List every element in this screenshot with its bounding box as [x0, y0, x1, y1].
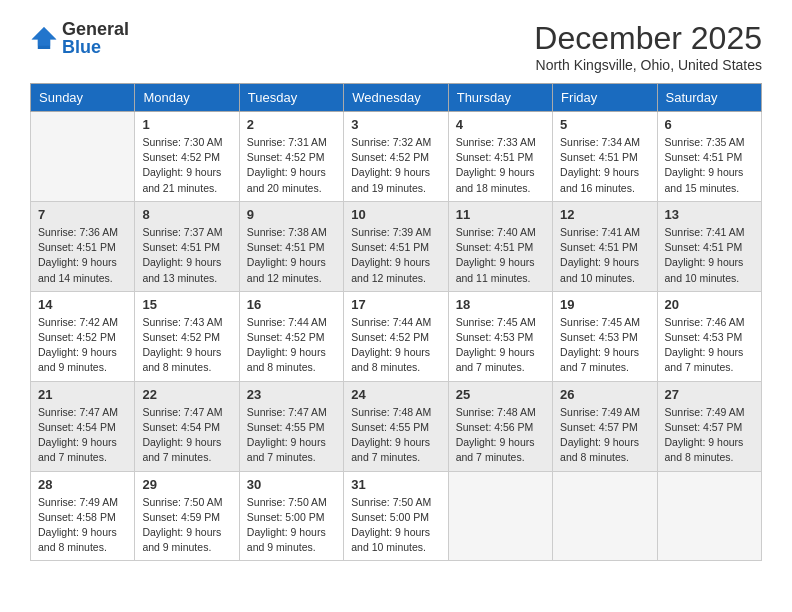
day-number: 29	[142, 477, 231, 492]
day-info: Sunrise: 7:46 AMSunset: 4:53 PMDaylight:…	[665, 315, 754, 376]
calendar-cell: 2Sunrise: 7:31 AMSunset: 4:52 PMDaylight…	[239, 112, 343, 202]
day-number: 25	[456, 387, 545, 402]
calendar-cell: 28Sunrise: 7:49 AMSunset: 4:58 PMDayligh…	[31, 471, 135, 561]
day-number: 23	[247, 387, 336, 402]
calendar-cell: 21Sunrise: 7:47 AMSunset: 4:54 PMDayligh…	[31, 381, 135, 471]
calendar-cell: 17Sunrise: 7:44 AMSunset: 4:52 PMDayligh…	[344, 291, 448, 381]
day-info: Sunrise: 7:31 AMSunset: 4:52 PMDaylight:…	[247, 135, 336, 196]
day-number: 6	[665, 117, 754, 132]
day-info: Sunrise: 7:43 AMSunset: 4:52 PMDaylight:…	[142, 315, 231, 376]
calendar-cell: 30Sunrise: 7:50 AMSunset: 5:00 PMDayligh…	[239, 471, 343, 561]
calendar-cell: 16Sunrise: 7:44 AMSunset: 4:52 PMDayligh…	[239, 291, 343, 381]
day-number: 5	[560, 117, 649, 132]
day-number: 8	[142, 207, 231, 222]
day-number: 19	[560, 297, 649, 312]
day-number: 13	[665, 207, 754, 222]
day-number: 31	[351, 477, 440, 492]
day-number: 26	[560, 387, 649, 402]
calendar-week-1: 1Sunrise: 7:30 AMSunset: 4:52 PMDaylight…	[31, 112, 762, 202]
day-info: Sunrise: 7:49 AMSunset: 4:57 PMDaylight:…	[560, 405, 649, 466]
day-info: Sunrise: 7:41 AMSunset: 4:51 PMDaylight:…	[560, 225, 649, 286]
calendar-cell	[31, 112, 135, 202]
col-header-thursday: Thursday	[448, 84, 552, 112]
day-info: Sunrise: 7:45 AMSunset: 4:53 PMDaylight:…	[456, 315, 545, 376]
calendar-cell: 3Sunrise: 7:32 AMSunset: 4:52 PMDaylight…	[344, 112, 448, 202]
day-number: 21	[38, 387, 127, 402]
logo-icon	[30, 24, 58, 52]
day-info: Sunrise: 7:49 AMSunset: 4:58 PMDaylight:…	[38, 495, 127, 556]
month-title: December 2025	[534, 20, 762, 57]
calendar-cell	[657, 471, 761, 561]
calendar-cell: 27Sunrise: 7:49 AMSunset: 4:57 PMDayligh…	[657, 381, 761, 471]
day-number: 11	[456, 207, 545, 222]
calendar-cell: 10Sunrise: 7:39 AMSunset: 4:51 PMDayligh…	[344, 201, 448, 291]
day-info: Sunrise: 7:45 AMSunset: 4:53 PMDaylight:…	[560, 315, 649, 376]
logo-text: General Blue	[62, 20, 129, 56]
logo: General Blue	[30, 20, 129, 56]
page-header: General Blue December 2025 North Kingsvi…	[30, 20, 762, 73]
calendar-cell	[448, 471, 552, 561]
day-number: 27	[665, 387, 754, 402]
day-number: 15	[142, 297, 231, 312]
calendar-cell: 18Sunrise: 7:45 AMSunset: 4:53 PMDayligh…	[448, 291, 552, 381]
calendar-cell: 24Sunrise: 7:48 AMSunset: 4:55 PMDayligh…	[344, 381, 448, 471]
calendar-week-4: 21Sunrise: 7:47 AMSunset: 4:54 PMDayligh…	[31, 381, 762, 471]
calendar-cell: 22Sunrise: 7:47 AMSunset: 4:54 PMDayligh…	[135, 381, 239, 471]
calendar-cell: 6Sunrise: 7:35 AMSunset: 4:51 PMDaylight…	[657, 112, 761, 202]
day-number: 17	[351, 297, 440, 312]
calendar-table: SundayMondayTuesdayWednesdayThursdayFrid…	[30, 83, 762, 561]
day-info: Sunrise: 7:50 AMSunset: 5:00 PMDaylight:…	[247, 495, 336, 556]
calendar-cell	[553, 471, 657, 561]
day-number: 9	[247, 207, 336, 222]
day-info: Sunrise: 7:35 AMSunset: 4:51 PMDaylight:…	[665, 135, 754, 196]
title-block: December 2025 North Kingsville, Ohio, Un…	[534, 20, 762, 73]
day-number: 1	[142, 117, 231, 132]
calendar-cell: 11Sunrise: 7:40 AMSunset: 4:51 PMDayligh…	[448, 201, 552, 291]
day-info: Sunrise: 7:44 AMSunset: 4:52 PMDaylight:…	[351, 315, 440, 376]
day-info: Sunrise: 7:36 AMSunset: 4:51 PMDaylight:…	[38, 225, 127, 286]
col-header-wednesday: Wednesday	[344, 84, 448, 112]
calendar-cell: 20Sunrise: 7:46 AMSunset: 4:53 PMDayligh…	[657, 291, 761, 381]
calendar-cell: 31Sunrise: 7:50 AMSunset: 5:00 PMDayligh…	[344, 471, 448, 561]
calendar-week-2: 7Sunrise: 7:36 AMSunset: 4:51 PMDaylight…	[31, 201, 762, 291]
col-header-sunday: Sunday	[31, 84, 135, 112]
logo-blue-text: Blue	[62, 38, 129, 56]
day-number: 16	[247, 297, 336, 312]
calendar-cell: 13Sunrise: 7:41 AMSunset: 4:51 PMDayligh…	[657, 201, 761, 291]
day-info: Sunrise: 7:47 AMSunset: 4:55 PMDaylight:…	[247, 405, 336, 466]
location: North Kingsville, Ohio, United States	[534, 57, 762, 73]
day-number: 12	[560, 207, 649, 222]
day-info: Sunrise: 7:33 AMSunset: 4:51 PMDaylight:…	[456, 135, 545, 196]
day-number: 14	[38, 297, 127, 312]
calendar-cell: 15Sunrise: 7:43 AMSunset: 4:52 PMDayligh…	[135, 291, 239, 381]
calendar-week-3: 14Sunrise: 7:42 AMSunset: 4:52 PMDayligh…	[31, 291, 762, 381]
col-header-tuesday: Tuesday	[239, 84, 343, 112]
col-header-saturday: Saturday	[657, 84, 761, 112]
day-info: Sunrise: 7:50 AMSunset: 4:59 PMDaylight:…	[142, 495, 231, 556]
calendar-cell: 7Sunrise: 7:36 AMSunset: 4:51 PMDaylight…	[31, 201, 135, 291]
day-number: 10	[351, 207, 440, 222]
svg-marker-1	[32, 27, 57, 46]
calendar-cell: 23Sunrise: 7:47 AMSunset: 4:55 PMDayligh…	[239, 381, 343, 471]
day-number: 7	[38, 207, 127, 222]
day-number: 18	[456, 297, 545, 312]
calendar-cell: 29Sunrise: 7:50 AMSunset: 4:59 PMDayligh…	[135, 471, 239, 561]
logo-general-text: General	[62, 20, 129, 38]
day-info: Sunrise: 7:48 AMSunset: 4:56 PMDaylight:…	[456, 405, 545, 466]
calendar-cell: 12Sunrise: 7:41 AMSunset: 4:51 PMDayligh…	[553, 201, 657, 291]
day-info: Sunrise: 7:48 AMSunset: 4:55 PMDaylight:…	[351, 405, 440, 466]
day-info: Sunrise: 7:40 AMSunset: 4:51 PMDaylight:…	[456, 225, 545, 286]
day-info: Sunrise: 7:50 AMSunset: 5:00 PMDaylight:…	[351, 495, 440, 556]
calendar-cell: 19Sunrise: 7:45 AMSunset: 4:53 PMDayligh…	[553, 291, 657, 381]
calendar-cell: 5Sunrise: 7:34 AMSunset: 4:51 PMDaylight…	[553, 112, 657, 202]
day-number: 30	[247, 477, 336, 492]
day-info: Sunrise: 7:47 AMSunset: 4:54 PMDaylight:…	[38, 405, 127, 466]
day-info: Sunrise: 7:49 AMSunset: 4:57 PMDaylight:…	[665, 405, 754, 466]
day-number: 3	[351, 117, 440, 132]
calendar-cell: 25Sunrise: 7:48 AMSunset: 4:56 PMDayligh…	[448, 381, 552, 471]
day-number: 20	[665, 297, 754, 312]
day-info: Sunrise: 7:44 AMSunset: 4:52 PMDaylight:…	[247, 315, 336, 376]
calendar-cell: 8Sunrise: 7:37 AMSunset: 4:51 PMDaylight…	[135, 201, 239, 291]
day-number: 28	[38, 477, 127, 492]
day-info: Sunrise: 7:47 AMSunset: 4:54 PMDaylight:…	[142, 405, 231, 466]
